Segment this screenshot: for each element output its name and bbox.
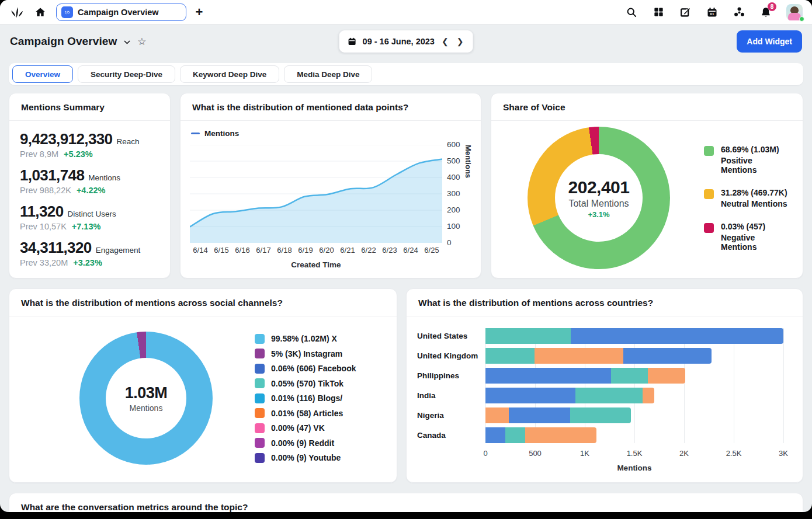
compose-icon[interactable] (679, 6, 692, 19)
x-tick-label: 3K (779, 449, 788, 458)
metric-delta: +4.22% (77, 186, 106, 195)
mentioned-data-points-widget: What is the distribution of mentioned da… (180, 93, 481, 278)
page-title: Campaign Overview (10, 35, 117, 48)
tab-media-deep-dive[interactable]: Media Deep Dive (284, 65, 372, 83)
countries-body: United StatesUnited KingdomPhilippinesIn… (407, 316, 803, 476)
legend-label: 99.58% (1.02M) X (271, 334, 337, 343)
metric-delta: +5.23% (64, 149, 93, 159)
y-tick-label: 100 (447, 222, 460, 231)
timeseries-plot-area[interactable] (190, 145, 442, 243)
widget-title: What is the distribution of mentions acr… (407, 289, 803, 316)
y-tick-label: 0 (447, 238, 452, 247)
legend-swatch (704, 146, 714, 156)
channel-legend-item[interactable]: 0.06% (606) Facebook (255, 364, 356, 374)
country-bar[interactable] (485, 427, 783, 443)
widget-title: What are the conversation metrics around… (9, 493, 803, 512)
channel-legend-item[interactable]: 0.00% (47) VK (255, 423, 356, 433)
share-of-voice-donut-chart[interactable]: 202,401 Total Mentions +3.1% (528, 127, 670, 269)
grid-line (783, 328, 784, 443)
legend-label: 0.05% (570) TikTok (271, 379, 343, 388)
country-bar[interactable] (485, 388, 783, 403)
country-bar[interactable] (485, 368, 783, 384)
channel-legend-item[interactable]: 0.01% (58) Articles (255, 408, 356, 418)
bar-segment (485, 348, 535, 364)
legend-name: Positive Mentions (721, 156, 787, 175)
widget-row-1: Mentions Summary 9,423,912,330ReachPrev … (9, 93, 803, 278)
tab-security-deep-dive[interactable]: Security Deep-Dive (78, 65, 175, 83)
channel-legend-item[interactable]: 0.05% (570) TikTok (255, 378, 356, 388)
metric-prev: Prev 33,20M+3.23% (20, 258, 159, 267)
dashboard-doc-tab[interactable]: Campaign Overview (56, 4, 186, 21)
grid-line (684, 328, 685, 443)
channel-legend-item[interactable]: 0.01% (116) Blogs/ (255, 393, 356, 403)
calendar-icon[interactable]: 01 (706, 6, 719, 19)
date-prev-arrow[interactable]: ❮ (440, 37, 450, 46)
y-tick-label: 200 (447, 205, 460, 214)
channel-legend-item[interactable]: 99.58% (1.02M) X (255, 334, 356, 344)
country-bar[interactable] (485, 328, 783, 344)
x-tick-label: 6/18 (274, 246, 295, 255)
x-axis-tick-labels: 05001K1.5K2K2.5K3K (485, 449, 783, 459)
grid-line (485, 328, 486, 443)
metric-prev-value: Prev 33,20M (20, 258, 68, 267)
grid-line (634, 328, 635, 443)
date-range-label: 09 - 16 June, 2023 (363, 37, 435, 46)
bar-segment (525, 427, 596, 443)
bar-segment (485, 328, 571, 344)
sov-legend-item[interactable]: 0.03% (457)Negative Mentions (704, 222, 787, 252)
app-window: Campaign Overview + 01 8 (0, 0, 812, 512)
widget-title: Share of Voice (491, 93, 803, 121)
search-icon[interactable] (625, 6, 638, 19)
channel-legend-item[interactable]: 0.00% (9) Youtube (255, 453, 356, 463)
channels-total-value: 1.03M (125, 384, 168, 402)
metric-unit: Mentions (88, 173, 120, 182)
sprinklr-logo-icon (9, 5, 25, 20)
country-bar[interactable] (485, 348, 783, 364)
timeseries-chart: 0100200300400500600 Mentions (190, 145, 473, 243)
new-tab-button[interactable]: + (195, 6, 204, 19)
timeseries-legend[interactable]: Mentions (191, 129, 473, 138)
user-avatar[interactable] (786, 4, 803, 20)
mentions-area-chart[interactable] (190, 145, 442, 243)
metric-delta: +7.13% (72, 222, 101, 231)
x-tick-label: 0 (483, 449, 487, 458)
add-widget-button[interactable]: Add Widget (737, 30, 802, 53)
legend-label: 0.00% (47) VK (271, 423, 325, 433)
country-label: Nigeria (417, 407, 485, 423)
bar-segment (570, 407, 631, 423)
community-icon[interactable] (733, 6, 745, 19)
home-icon[interactable] (33, 5, 48, 20)
legend-label: 0.01% (116) Blogs/ (271, 393, 342, 403)
channel-legend-item[interactable]: 0.00% (9) Reddit (255, 438, 356, 448)
metric-unit: Distinct Users (68, 210, 116, 218)
tab-overview[interactable]: Overview (12, 65, 73, 83)
legend-swatch (704, 223, 714, 233)
summary-metric: 34,311,320EngagementPrev 33,20M+3.23% (20, 239, 159, 267)
bar-segment (505, 427, 525, 443)
y-tick-label: 500 (447, 156, 460, 165)
sov-legend-item[interactable]: 68.69% (1.03M)Positive Mentions (704, 145, 787, 175)
metric-prev: Prev 8,9M+5.23% (20, 149, 159, 159)
tab-keyword-deep-dive[interactable]: Keyword Deep Dive (180, 65, 279, 83)
notifications-bell-icon[interactable]: 8 (759, 6, 772, 19)
total-mentions-label: Total Mentions (568, 198, 629, 209)
sov-legend-item[interactable]: 31.28% (469.77K)Neutral Mentions (704, 188, 787, 208)
metric-delta: +3.23% (73, 258, 102, 267)
x-tick-label: 2K (679, 449, 689, 458)
country-label: Philippines (417, 368, 485, 384)
countries-bar-plot[interactable] (485, 328, 783, 447)
social-channels-donut-chart[interactable]: 1.03M Mentions (79, 332, 213, 465)
legend-name: Negative Mentions (721, 233, 787, 252)
date-next-arrow[interactable]: ❯ (456, 37, 465, 46)
x-tick-label: 6/15 (211, 246, 232, 255)
dashboard-doc-icon (61, 6, 73, 18)
title-chevron-down-icon[interactable] (123, 39, 131, 46)
channel-legend-item[interactable]: 5% (3K) Instagram (255, 349, 356, 358)
favorite-star-icon[interactable]: ☆ (137, 36, 146, 48)
y-axis-tick-labels: 0100200300400500600 (447, 145, 463, 243)
apps-grid-icon[interactable] (652, 6, 665, 19)
date-range-picker[interactable]: 09 - 16 June, 2023 ❮ ❯ (339, 30, 473, 53)
metric-prev: Prev 988,22K+4.22% (20, 186, 159, 195)
y-tick-label: 400 (447, 173, 460, 182)
country-bar[interactable] (485, 407, 783, 423)
